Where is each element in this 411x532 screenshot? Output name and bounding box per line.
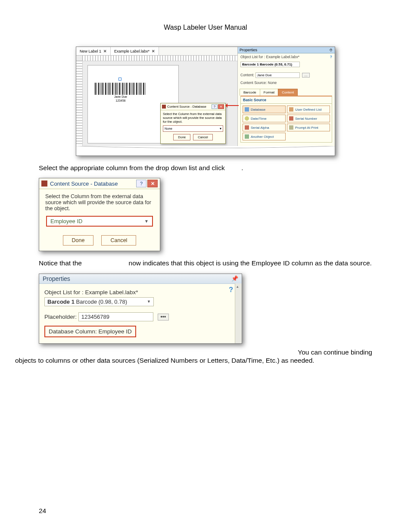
dialog-icon [162, 105, 166, 109]
cancel-button[interactable]: Cancel [193, 134, 212, 140]
source-user-list[interactable]: User Defined List [287, 106, 330, 113]
chevron-down-icon: ▼ [147, 299, 151, 304]
dialog-title: Content Source - Database [50, 180, 118, 187]
number-icon [289, 116, 293, 121]
close-icon[interactable]: ✕ [103, 49, 107, 53]
source-label: Serial Alpha [251, 126, 269, 130]
chevron-down-icon: ▾ [220, 127, 221, 131]
scrollbar[interactable] [235, 283, 242, 343]
alpha-icon [245, 125, 249, 130]
more-button[interactable]: ••• [158, 314, 169, 320]
screenshot-editor: New Label 1 ✕ Example Label.labx* ✕ [76, 47, 335, 156]
dialog-title: Content Source - Database [167, 105, 206, 109]
source-prompt[interactable]: Prompt At Print [287, 124, 330, 131]
done-button[interactable]: Done [63, 235, 94, 246]
content-label: Content: [240, 73, 254, 77]
tab-label: New Label 1 [80, 49, 101, 53]
properties-title-text: Properties [240, 48, 257, 52]
properties-title: Properties ⯑ [238, 47, 335, 53]
prompt-icon [289, 125, 293, 130]
barcode-bars [95, 83, 146, 95]
select-value: Employee ID [50, 218, 82, 224]
tab-content[interactable]: Content [278, 89, 298, 96]
select-value: None [165, 127, 172, 131]
arrow-indicator [226, 105, 239, 106]
barcode-caption-name: Jane Doe [95, 95, 146, 99]
pin-icon[interactable]: 📌 [231, 275, 238, 282]
ruler-vertical [76, 61, 83, 146]
page-curl [76, 146, 335, 156]
basic-source-grid: Database User Defined List Date/Time Ser… [240, 104, 332, 143]
properties-panel: Properties 📌 ? Object List for : Example… [39, 274, 242, 344]
content-input[interactable]: Jane Doe [255, 72, 300, 78]
tab-label: Example Label.labx* [114, 49, 149, 53]
object-select-value: Barcode 1 Barcode (0.53, 0.71) [242, 62, 292, 66]
placeholder-input[interactable]: 123456789 [78, 312, 153, 321]
cancel-button[interactable]: Cancel [101, 235, 136, 246]
object-select[interactable]: Barcode 1 Barcode (0.53, 0.71) [240, 62, 300, 67]
help-icon[interactable]: ? [136, 180, 146, 187]
column-select[interactable]: None ▾ [163, 125, 223, 132]
done-button[interactable]: Done [173, 134, 190, 140]
source-label: Prompt At Print [295, 126, 318, 130]
text: Select the appropriate column from the d… [39, 164, 227, 171]
content-source-label: Content Source: None [240, 81, 277, 85]
page-number: 24 [39, 507, 46, 515]
pin-icon[interactable]: ⯑ [329, 48, 333, 52]
dialog-text: Select the Column from the external data… [45, 193, 154, 212]
help-icon[interactable]: ? [330, 55, 332, 59]
object-select[interactable]: Barcode 1 Barcode (0.98, 0.78) ▼ [44, 297, 154, 306]
close-icon[interactable]: ✕ [147, 180, 158, 187]
text: now indicates that this object is using … [129, 259, 372, 267]
source-database[interactable]: Database [243, 106, 286, 113]
properties-panel-mini: Properties ⯑ Object List for : Example L… [238, 47, 335, 146]
barcode-object[interactable]: Jane Doe 123456 [95, 83, 146, 102]
source-serial-number[interactable]: Serial Number [287, 115, 330, 122]
instruction-line-1: Select the appropriate column from the d… [39, 164, 372, 172]
object-list-label: Object List for : Example Label.labx* [44, 289, 237, 296]
tab-barcode[interactable]: Barcode [240, 89, 260, 96]
object-select-value: Barcode 1 Barcode (0.98, 0.78) [47, 299, 127, 305]
object-icon [245, 134, 249, 139]
help-icon[interactable]: ? [212, 104, 218, 109]
dialog-icon [41, 180, 47, 187]
basic-source-header: Basic Source [240, 96, 332, 104]
database-column-indicator: Database Column: Employee ID [44, 326, 136, 337]
placeholder-label: Placeholder: [44, 314, 77, 320]
help-icon[interactable]: ? [229, 286, 233, 294]
object-list-text: Object List for : Example Label.labx* [240, 55, 299, 59]
list-icon [289, 107, 293, 112]
database-icon [245, 107, 249, 112]
tab-example-label[interactable]: Example Label.labx* ✕ [111, 47, 159, 55]
source-datetime[interactable]: Date/Time [243, 115, 286, 122]
content-source-dialog: Content Source - Database ? ✕ Select the… [39, 178, 160, 251]
instruction-line-3: You can continue binding objects to colu… [39, 348, 372, 365]
instruction-line-2: Notice that the now indicates that this … [39, 259, 372, 267]
ruler-horizontal [82, 56, 237, 61]
source-label: Serial Number [295, 117, 317, 121]
page-title: Wasp Labeler User Manual [39, 24, 372, 31]
close-icon[interactable]: ✕ [152, 49, 155, 53]
document-tabs: New Label 1 ✕ Example Label.labx* ✕ [76, 47, 237, 56]
properties-title: Properties [43, 275, 70, 282]
clock-icon [245, 116, 249, 121]
more-button[interactable]: … [302, 73, 310, 78]
property-tabs: Barcode Format Content [240, 89, 333, 96]
tab-new-label[interactable]: New Label 1 ✕ [76, 47, 111, 55]
barcode-caption-code: 123456 [95, 99, 146, 103]
object-list-label: Object List for : Example Label.labx* ? [238, 53, 335, 60]
column-select[interactable]: Employee ID ▼ [46, 216, 153, 227]
chevron-down-icon: ▼ [144, 219, 149, 224]
source-serial-alpha[interactable]: Serial Alpha [243, 124, 286, 131]
dialog-text: Select the Column from the external data… [163, 112, 223, 124]
text: Notice that the [39, 259, 84, 267]
source-label: Another Object [251, 135, 274, 139]
design-canvas[interactable]: Jane Doe 123456 Content Source - Databas… [76, 56, 237, 146]
text: . [241, 164, 243, 171]
source-another-object[interactable]: Another Object [243, 133, 286, 140]
rotate-handle[interactable] [118, 78, 121, 81]
source-label: User Defined List [295, 108, 321, 112]
tab-format[interactable]: Format [260, 89, 278, 96]
source-label: Date/Time [251, 117, 267, 121]
source-label: Database [251, 108, 265, 112]
